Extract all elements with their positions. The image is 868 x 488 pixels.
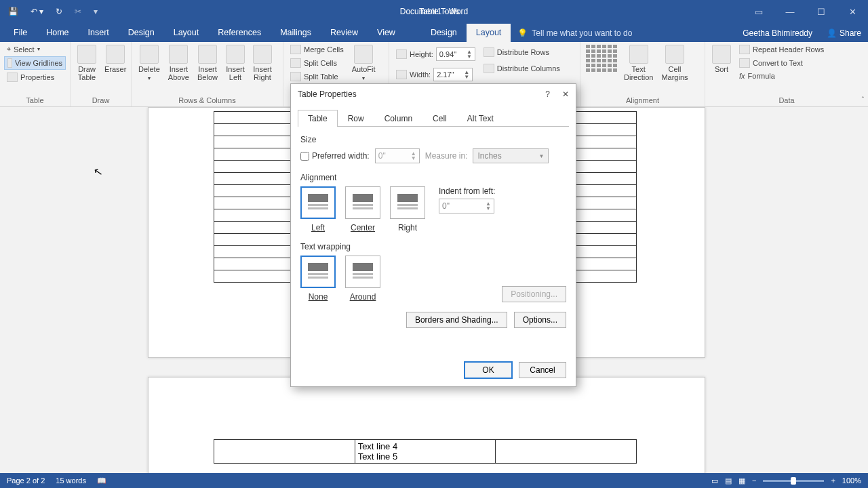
dialog-tabs: Table Row Column Cell Alt Text [298, 110, 569, 127]
draw-table-button[interactable]: Draw Table [75, 43, 99, 83]
proofing-icon[interactable]: 📖 [97, 476, 106, 485]
word-count[interactable]: 15 words [56, 476, 86, 485]
zoom-out-button[interactable]: − [752, 476, 756, 485]
select-button[interactable]: ⌖Select▾ [4, 43, 66, 55]
save-icon[interactable]: 💾 [8, 7, 18, 16]
align-br-icon[interactable] [608, 64, 617, 72]
repeat-header-button[interactable]: Repeat Header Rows [736, 43, 827, 56]
merge-label: Merge Cells [304, 45, 344, 54]
ribbon-display-icon[interactable]: ▭ [743, 0, 774, 23]
convert-text-button[interactable]: Convert to Text [736, 57, 827, 69]
tab-review[interactable]: Review [321, 24, 368, 42]
view-gridlines-button[interactable]: View Gridlines [4, 56, 66, 70]
view-print-icon[interactable]: ▤ [725, 476, 732, 485]
align-tr-icon[interactable] [608, 45, 617, 53]
distribute-rows-button[interactable]: Distribute Rows [481, 46, 563, 58]
options-button[interactable]: Options... [514, 312, 566, 328]
zoom-slider[interactable] [763, 480, 824, 482]
width-input[interactable]: 2.17"▲▼ [433, 68, 473, 81]
minimize-icon[interactable]: — [774, 0, 806, 23]
collapse-ribbon-icon[interactable]: ˆ [862, 96, 864, 104]
alignment-section-label: Alignment [300, 173, 566, 182]
draw-table-icon [77, 45, 96, 64]
tab-home[interactable]: Home [37, 24, 78, 42]
dlg-tab-table[interactable]: Table [298, 110, 338, 127]
dlg-tab-cell[interactable]: Cell [422, 110, 457, 127]
distribute-columns-button[interactable]: Distribute Columns [481, 62, 563, 75]
tab-design[interactable]: Design [119, 24, 164, 42]
split-cells-button[interactable]: Split Cells [288, 57, 347, 69]
align-center-option[interactable]: Center [345, 186, 380, 232]
align-center-label: Center [351, 223, 375, 232]
insert-right-button[interactable]: Insert Right [250, 43, 275, 83]
align-bl-icon[interactable] [586, 64, 595, 72]
ok-button[interactable]: OK [465, 362, 512, 378]
view-gridlines-label: View Gridlines [15, 59, 62, 67]
user-name[interactable]: Geetha Bhimireddy [743, 24, 812, 42]
wrap-none-option[interactable]: None [300, 256, 336, 302]
tab-layout[interactable]: Layout [164, 24, 209, 42]
tell-me-search[interactable]: 💡Tell me what you want to do [511, 24, 639, 42]
formula-button[interactable]: fxFormula [736, 70, 827, 81]
view-web-icon[interactable]: ▦ [738, 476, 745, 485]
tab-insert[interactable]: Insert [79, 24, 119, 42]
borders-shading-button[interactable]: Borders and Shading... [406, 312, 507, 328]
preferred-width-input[interactable]: 0"▲▼ [375, 148, 420, 163]
ribbon-tabs: File Home Insert Design Layout Reference… [0, 23, 868, 42]
height-input[interactable]: 0.94"▲▼ [436, 47, 475, 61]
tab-view[interactable]: View [368, 24, 405, 42]
insert-left-button[interactable]: Insert Left [223, 43, 248, 83]
view-read-icon[interactable]: ▭ [711, 476, 718, 485]
split-table-button[interactable]: Split Table [288, 70, 347, 83]
table-cell-text[interactable]: Text line 4 Text line 5 [355, 440, 496, 464]
align-left-option[interactable]: Left [300, 186, 336, 232]
zoom-in-button[interactable]: + [831, 476, 835, 485]
indent-input[interactable]: 0"▲▼ [439, 199, 494, 214]
text-direction-button[interactable]: Text Direction [621, 43, 656, 83]
page-indicator[interactable]: Page 2 of 2 [7, 476, 45, 485]
measure-in-select[interactable]: Inches▼ [473, 148, 549, 163]
align-mc-icon[interactable] [597, 54, 606, 62]
cancel-button[interactable]: Cancel [519, 362, 566, 378]
tab-references[interactable]: References [208, 24, 271, 42]
dlg-tab-row[interactable]: Row [338, 110, 374, 127]
autofit-button[interactable]: AutoFit▾ [349, 43, 378, 84]
tab-table-design[interactable]: Design [421, 24, 467, 42]
preferred-width-checkbox[interactable]: Preferred width: [300, 151, 370, 161]
insert-above-button[interactable]: Insert Above [165, 43, 192, 83]
properties-button[interactable]: Properties [4, 71, 66, 83]
dialog-help-icon[interactable]: ? [545, 89, 550, 99]
redo-icon[interactable]: ↻ [56, 7, 62, 16]
eraser-label: Eraser [104, 65, 126, 73]
undo-icon[interactable]: ↶ ▾ [31, 7, 43, 16]
align-mr-icon[interactable] [608, 54, 617, 62]
tab-table-layout[interactable]: Layout [467, 24, 511, 42]
zoom-level[interactable]: 100% [842, 476, 861, 485]
tab-file[interactable]: File [4, 24, 37, 42]
dialog-close-icon[interactable]: ✕ [562, 89, 569, 99]
align-right-option[interactable]: Right [390, 186, 425, 232]
cell-margins-button[interactable]: Cell Margins [658, 43, 690, 83]
align-ml-icon[interactable] [586, 54, 595, 62]
share-button[interactable]: 👤Share [827, 24, 861, 42]
align-tc-icon[interactable] [597, 45, 606, 53]
align-bc-icon[interactable] [597, 64, 606, 72]
gridlines-icon [7, 58, 12, 68]
qat-more-icon[interactable]: ▾ [94, 7, 98, 16]
height-label: Height: [410, 50, 433, 58]
select-label: Select [14, 45, 35, 54]
insert-below-button[interactable]: Insert Below [195, 43, 220, 83]
merge-cells-button[interactable]: Merge Cells [288, 43, 347, 56]
align-tl-icon[interactable] [586, 45, 595, 53]
dlg-tab-alttext[interactable]: Alt Text [457, 110, 504, 127]
sort-button[interactable]: Sort [709, 43, 734, 75]
eraser-button[interactable]: Eraser [102, 43, 129, 75]
dlg-tab-column[interactable]: Column [374, 110, 422, 127]
maximize-icon[interactable]: ☐ [806, 0, 837, 23]
table-2[interactable]: Text line 4 Text line 5 [214, 439, 637, 464]
close-icon[interactable]: ✕ [837, 0, 868, 23]
wrap-around-option[interactable]: Around [345, 256, 380, 302]
tab-mailings[interactable]: Mailings [271, 24, 321, 42]
insert-below-label: Insert Below [197, 65, 218, 81]
delete-button[interactable]: Delete▾ [136, 43, 163, 84]
